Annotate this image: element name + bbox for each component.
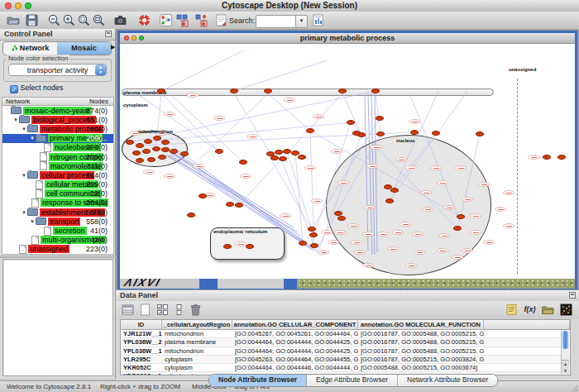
birdseye-view[interactable]	[2, 259, 113, 376]
table-cell[interactable]: YPL036W__2	[121, 338, 162, 346]
select-attributes-icon[interactable]	[156, 303, 170, 317]
table-cell[interactable]: YDR039C__1	[121, 372, 162, 375]
tree-row-15[interactable]: unassigned223(0)	[2, 245, 113, 254]
table-cell[interactable]: [GO:0016787, GO:0005488, GO:0005215, G..…	[358, 347, 484, 355]
tab-network-attribute-browser[interactable]: Network Attribute Browser	[398, 375, 497, 386]
table-cell[interactable]: YKR052C	[121, 364, 162, 371]
tab-overflow-arrow[interactable]: ▶	[111, 44, 115, 50]
network-node[interactable]	[432, 131, 440, 136]
table-cell[interactable]: cytoplasm	[162, 356, 232, 363]
table-cell[interactable]: YJR121W__1	[121, 330, 162, 337]
snapshot-camera-icon[interactable]	[113, 13, 127, 27]
tree-row-0[interactable]: mosaic-demo-yeast874(0)	[2, 106, 113, 115]
tree-row-12[interactable]: ▼transport558(0)	[2, 217, 113, 226]
network-node[interactable]	[283, 149, 291, 154]
zoom-in-icon[interactable]	[62, 13, 76, 27]
column-header-1[interactable]: _cellularLayoutRegion	[162, 320, 232, 329]
network-node[interactable]	[136, 143, 144, 148]
zoom-out-icon[interactable]	[47, 13, 61, 27]
table-cell[interactable]: [GO:0045263, GO:0044464, GO:0044455, G..…	[232, 356, 358, 363]
tree-row-1[interactable]: ▼biological_process651(0)	[2, 115, 113, 124]
expand-arrow-icon[interactable]: ▼	[22, 210, 26, 215]
column-header-2[interactable]: annotation.GO CELLULAR_COMPONENT	[232, 320, 358, 329]
network-view-window[interactable]: primary metabolic process plasma membran…	[117, 31, 577, 289]
tree-row-3[interactable]: ▼primary metabo209(...	[2, 134, 113, 143]
search-dropdown-button[interactable]: ▼	[295, 15, 308, 28]
network-node[interactable]	[136, 158, 144, 163]
search-input[interactable]	[256, 15, 299, 28]
network-node[interactable]	[132, 151, 141, 155]
table-cell[interactable]: [GO:0005488, GO:0005215, GO:0003674]	[358, 364, 484, 371]
node-color-dropdown[interactable]: transporter activity ▲▼	[8, 64, 107, 76]
network-node[interactable]	[215, 149, 223, 154]
column-header-0[interactable]: ID	[121, 320, 162, 329]
network-node[interactable]	[453, 226, 462, 231]
table-row-0[interactable]: YJR121W__1mitochondrion[GO:0045267, GO:0…	[121, 330, 570, 338]
table-cell[interactable]: [GO:0016787, GO:0005488, GO:0005215, G..…	[358, 338, 484, 346]
network-node[interactable]	[147, 157, 156, 162]
tree-row-label[interactable]: unassigned	[28, 245, 69, 253]
table-cell[interactable]: YPL036W__1	[121, 347, 162, 355]
tree-row-6[interactable]: macromolecule311(0)	[2, 161, 113, 170]
network-node[interactable]	[275, 150, 283, 155]
tab-edge-attribute-browser[interactable]: Edge Attribute Browser	[307, 375, 398, 386]
network-node[interactable]	[337, 216, 346, 221]
tree-row-label[interactable]: mosaic-demo-yeast	[23, 107, 92, 115]
formula-notes-icon[interactable]	[505, 303, 519, 317]
network-node[interactable]	[299, 241, 307, 246]
attribute-matrix-icon[interactable]	[559, 303, 573, 317]
network-node[interactable]	[310, 243, 318, 248]
tab-network[interactable]: Network	[3, 42, 57, 55]
table-cell[interactable]: mitochondrion	[162, 330, 232, 337]
help-lifering-icon[interactable]	[137, 13, 151, 27]
column-header-3[interactable]: annotation.GO MOLECULAR_FUNCTION	[358, 320, 484, 329]
window-titlebar[interactable]: Cytoscape Desktop (New Session)	[0, 0, 579, 12]
table-row-4[interactable]: YKR052Ccytoplasm[GO:0044464, GO:0044446,…	[121, 364, 570, 372]
select-nodes-checkbox[interactable]: ✓	[10, 85, 18, 93]
float-data-panel-icon[interactable]	[569, 292, 576, 299]
tab-mosaic[interactable]: Mosaic	[57, 42, 111, 55]
network-node[interactable]	[376, 116, 384, 121]
table-row-2[interactable]: YPL036W__1mitochondrion[GO:0044464, GO:0…	[121, 347, 570, 356]
table-cell[interactable]: plasma membrane	[162, 338, 232, 346]
network-node[interactable]	[170, 149, 178, 154]
network-node[interactable]	[126, 140, 134, 145]
network-node[interactable]	[309, 232, 318, 237]
unselect-attributes-icon[interactable]	[173, 303, 187, 317]
expand-arrow-icon[interactable]: ▼	[22, 173, 26, 178]
import-table-icon[interactable]	[311, 13, 325, 27]
panel-splitter[interactable]	[0, 256, 116, 258]
network-node[interactable]	[157, 88, 165, 93]
view-titlebar[interactable]: primary metabolic process	[120, 33, 575, 44]
network-node[interactable]	[270, 155, 279, 160]
import-attributes-folder-icon[interactable]	[541, 303, 555, 317]
network-node[interactable]	[264, 88, 272, 93]
table-scrollbar[interactable]: ▲▼	[561, 330, 569, 374]
save-icon[interactable]	[25, 13, 39, 27]
tree-row-8[interactable]: cellular metabo209(0)	[2, 180, 113, 189]
expand-arrow-icon[interactable]: ▼	[30, 219, 35, 224]
network-node[interactable]	[226, 202, 234, 207]
network-node[interactable]	[376, 131, 385, 136]
tree-row-label[interactable]: transport	[48, 218, 81, 226]
layout-b-icon[interactable]	[194, 13, 208, 27]
network-node[interactable]	[246, 244, 254, 249]
tree-row-10[interactable]: response to stimulu264(0)	[2, 198, 113, 208]
network-node[interactable]	[230, 88, 238, 93]
network-node[interactable]	[476, 131, 484, 136]
open-folder-icon[interactable]	[7, 13, 21, 27]
tree-col-network[interactable]: Network	[6, 98, 30, 105]
annotation-icon[interactable]	[214, 13, 228, 27]
tree-row-5[interactable]: nitrogen compo209(0)	[2, 152, 113, 161]
network-node[interactable]	[153, 136, 161, 141]
network-node[interactable]	[347, 120, 355, 125]
table-cell[interactable]: mitochondrion	[162, 347, 232, 355]
network-node[interactable]	[187, 213, 195, 218]
network-node[interactable]	[142, 149, 151, 154]
function-builder-icon[interactable]: f(x)	[523, 303, 537, 317]
table-row-1[interactable]: YPL036W__2plasma membrane[GO:0044464, GO…	[121, 338, 570, 347]
new-attribute-icon[interactable]	[138, 303, 152, 317]
network-node[interactable]	[298, 155, 306, 160]
network-node[interactable]	[457, 214, 465, 219]
delete-attribute-icon[interactable]	[189, 303, 203, 317]
